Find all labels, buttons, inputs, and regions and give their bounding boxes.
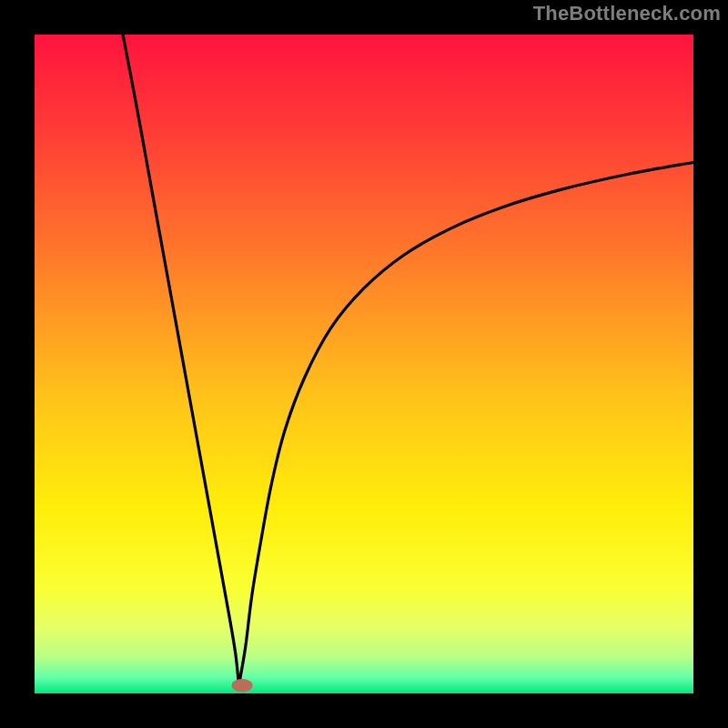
watermark-text: TheBottleneck.com xyxy=(533,2,721,25)
optimum-marker xyxy=(231,679,252,692)
gradient-background xyxy=(35,35,693,693)
bottleneck-curve-chart xyxy=(35,35,693,693)
chart-frame: TheBottleneck.com xyxy=(0,0,728,728)
plot-area xyxy=(35,35,693,693)
